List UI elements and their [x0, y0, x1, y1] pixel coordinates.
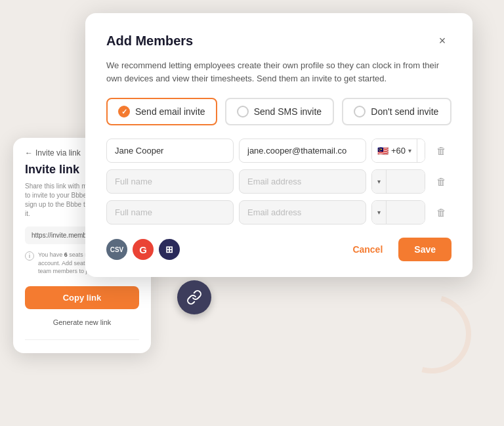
panel-divider: [25, 339, 139, 340]
link-icon: [186, 289, 202, 305]
member-name-input-1[interactable]: [106, 138, 234, 163]
flag-emoji-1: 🇲🇾: [377, 146, 388, 156]
radio-sms: [237, 106, 249, 117]
subtitle-label: Invite via link: [35, 148, 81, 158]
phone-number-input-1[interactable]: [417, 139, 425, 162]
chevron-down-icon: ▾: [377, 178, 381, 185]
members-list: 🇲🇾 +60 ▾ 🗑 ▾ 🗑: [106, 138, 452, 224]
link-circle-button[interactable]: [177, 280, 211, 314]
delete-member-button-1[interactable]: 🗑: [430, 140, 452, 161]
chevron-down-icon: ▾: [377, 209, 381, 216]
invite-options-group: Send email invite Send SMS invite Don't …: [106, 98, 452, 125]
info-icon: i: [25, 251, 34, 261]
modal-title: Add Members: [106, 33, 193, 49]
modal-header: Add Members ×: [106, 32, 452, 50]
generate-link-button[interactable]: Generate new link: [25, 318, 139, 326]
radio-none: [354, 106, 366, 117]
member-name-input-2[interactable]: [106, 169, 234, 194]
phone-flag-1[interactable]: 🇲🇾 +60 ▾: [372, 139, 417, 162]
cancel-button[interactable]: Cancel: [345, 239, 390, 260]
phone-flag-2[interactable]: ▾: [372, 170, 387, 193]
save-button[interactable]: Save: [398, 238, 452, 261]
member-email-input-3[interactable]: [239, 200, 366, 224]
table-row: ▾ 🗑: [106, 169, 452, 194]
invite-email-label: Send email invite: [135, 106, 205, 117]
invite-sms-label: Send SMS invite: [254, 106, 322, 117]
decorative-swirl: [378, 280, 486, 388]
phone-input-wrap-2: ▾: [371, 169, 425, 194]
invite-none-label: Don't send invite: [371, 106, 438, 117]
member-email-input-2[interactable]: [239, 169, 366, 194]
modal-description: We recommend letting employees create th…: [106, 59, 452, 85]
delete-member-button-2[interactable]: 🗑: [430, 171, 452, 192]
phone-number-input-3[interactable]: [387, 201, 425, 224]
close-button[interactable]: ×: [433, 32, 452, 50]
import-icons-group: CSV G ⊞: [106, 239, 180, 260]
delete-member-button-3[interactable]: 🗑: [430, 202, 452, 223]
google-import-button[interactable]: G: [133, 239, 154, 260]
invite-option-none[interactable]: Don't send invite: [342, 98, 452, 125]
chevron-down-icon: ▾: [408, 147, 411, 154]
member-name-input-3[interactable]: [106, 200, 234, 224]
table-row: ▾ 🗑: [106, 200, 452, 224]
radio-email: [118, 106, 130, 117]
invite-option-sms[interactable]: Send SMS invite: [225, 98, 335, 125]
phone-input-wrap-3: ▾: [371, 200, 425, 224]
csv-import-button[interactable]: CSV: [106, 239, 127, 260]
back-arrow-icon: ←: [25, 148, 33, 158]
table-row: 🇲🇾 +60 ▾ 🗑: [106, 138, 452, 163]
phone-number-input-2[interactable]: [387, 170, 425, 193]
phone-input-wrap-1: 🇲🇾 +60 ▾: [371, 138, 425, 163]
member-email-input-1[interactable]: [239, 138, 366, 163]
phone-flag-3[interactable]: ▾: [372, 201, 387, 224]
invite-option-email[interactable]: Send email invite: [106, 98, 217, 125]
copy-link-button[interactable]: Copy link: [25, 286, 139, 309]
modal-footer: CSV G ⊞ Cancel Save: [106, 238, 452, 261]
footer-actions: Cancel Save: [345, 238, 452, 261]
microsoft-import-button[interactable]: ⊞: [159, 239, 180, 260]
phone-code-1: +60: [391, 146, 406, 156]
add-members-modal: Add Members × We recommend letting emplo…: [85, 13, 472, 277]
back-button[interactable]: ← Invite via link: [25, 148, 81, 158]
